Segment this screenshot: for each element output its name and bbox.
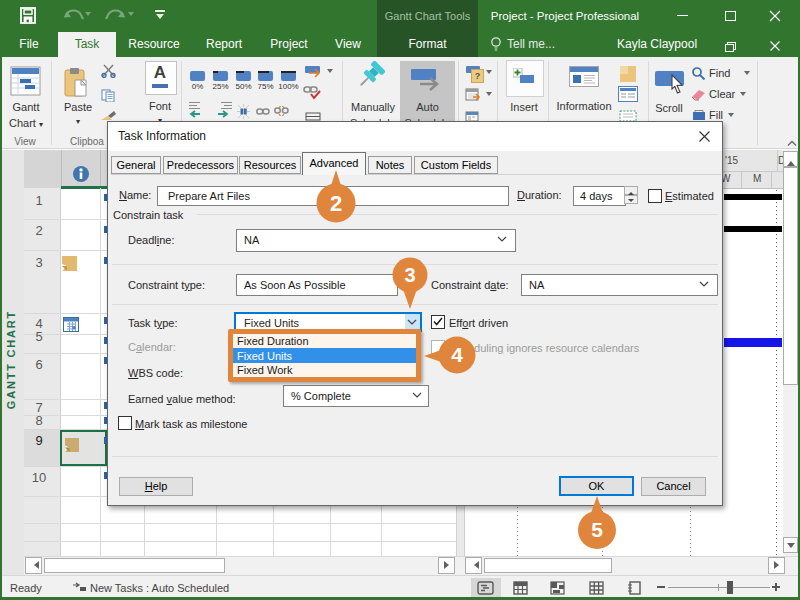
svg-text:3: 3 xyxy=(404,264,415,286)
svg-text:2: 2 xyxy=(330,191,342,216)
svg-text:5: 5 xyxy=(591,518,603,541)
svg-text:4: 4 xyxy=(451,343,463,366)
